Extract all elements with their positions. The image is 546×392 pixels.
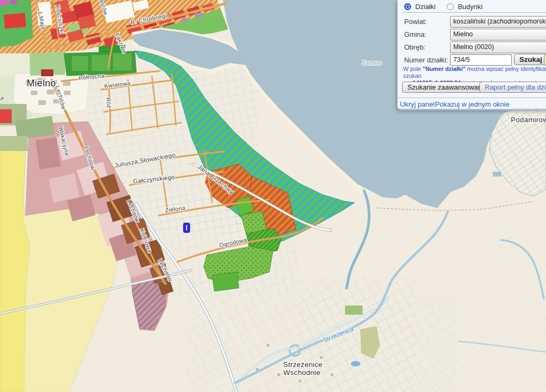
radio-budynki-label: Budynki	[458, 3, 483, 11]
town-label-mielno: Mielno	[27, 78, 56, 89]
parcel-search-panel: Działki Budynki Powiat: koszaliński (zac…	[397, 0, 546, 110]
numer-dzialki-label: Numer działki:	[404, 56, 448, 64]
gmina-label: Gmina:	[404, 30, 427, 38]
selected-parcel-marker[interactable]	[183, 223, 190, 233]
clipped-edge-button[interactable]	[544, 54, 546, 66]
radio-budynki[interactable]	[447, 3, 454, 10]
advanced-search-button[interactable]: Szukanie zaawansowane	[402, 82, 491, 93]
full-report-button[interactable]: Raport pełny dla działk	[479, 82, 546, 93]
radio-dzialki-label: Działki	[415, 3, 436, 11]
street-label-roz: Róż	[105, 97, 113, 109]
powiat-select[interactable]: koszaliński (zachodniopomorskie	[450, 16, 546, 28]
town-label-strzezenice: Strzeżenice	[283, 361, 323, 369]
search-mode-row: Działki Budynki	[398, 2, 546, 12]
obreb-label: Obręb:	[404, 43, 425, 51]
ogrodowa-green-south	[212, 272, 239, 291]
szukaj-button[interactable]: Szukaj	[514, 54, 546, 65]
numer-dzialki-input[interactable]: 734/5	[450, 54, 512, 66]
town-label-podamirowo: Podamirowo	[511, 116, 546, 124]
gmina-select[interactable]: Mielno	[450, 29, 546, 41]
parcel-grid-southeast	[416, 224, 546, 392]
town-label-wschodnie: Wschodnie	[283, 369, 320, 377]
single-window-link[interactable]: Pokazuj w jednym oknie	[435, 100, 509, 108]
geoportal-app: Mielno Strzeżenice Wschodnie Podamirowo …	[0, 0, 546, 392]
hide-panel-link[interactable]: Ukryj panel	[400, 100, 435, 108]
water-label-jamno: Jamno	[362, 59, 382, 67]
powiat-label: Powiat:	[404, 18, 427, 26]
panel-separator-bottom	[398, 98, 546, 99]
obreb-select[interactable]: Mielno (0020)	[450, 42, 546, 53]
radio-dzialki[interactable]	[404, 3, 411, 10]
panel-separator-top	[402, 12, 546, 13]
